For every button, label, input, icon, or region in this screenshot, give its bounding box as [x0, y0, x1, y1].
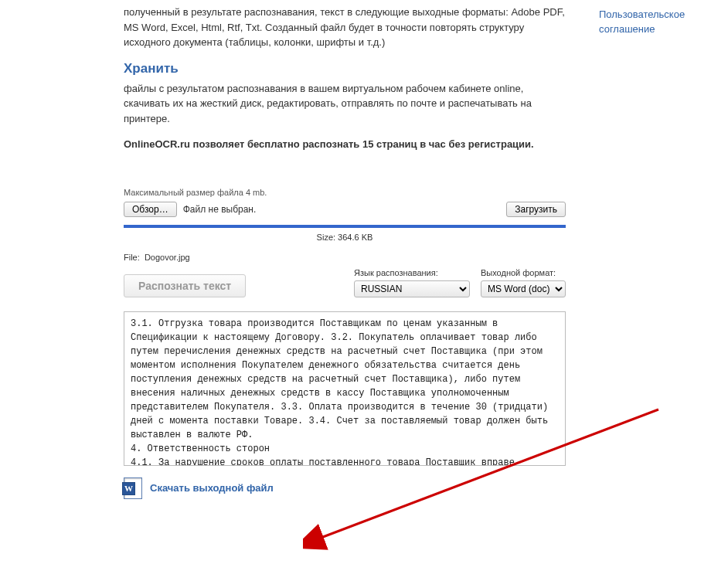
language-select-label: Язык распознавания:: [354, 268, 470, 277]
word-badge-letter: W: [122, 482, 135, 495]
max-file-size-hint: Максимальный размер файла 4 mb.: [124, 188, 566, 197]
browse-button[interactable]: Обзор…: [124, 202, 177, 217]
store-paragraph: файлы с результатом распознавания в ваше…: [124, 81, 566, 127]
uploaded-file-name: Dogovor.jpg: [145, 253, 190, 262]
file-prefix-label: File:: [124, 253, 140, 262]
user-agreement-link[interactable]: Пользовательское соглашение: [599, 8, 685, 35]
store-heading: Хранить: [124, 61, 566, 76]
language-select[interactable]: RUSSIAN: [354, 280, 470, 297]
format-select-label: Выходной формат:: [481, 268, 566, 277]
file-info-line: File: Dogovor.jpg: [124, 253, 566, 262]
word-file-icon: W: [124, 477, 142, 499]
promo-paragraph: OnlineOCR.ru позволяет бесплатно распозн…: [124, 137, 566, 152]
upload-button[interactable]: Загрузить: [506, 202, 566, 217]
format-select[interactable]: MS Word (doc): [481, 280, 566, 297]
download-output-label: Cкачать выходной файл: [150, 482, 274, 494]
recognize-button[interactable]: Распознать текст: [124, 274, 246, 297]
download-output-link[interactable]: W Cкачать выходной файл: [124, 477, 274, 499]
uploaded-size-label: Size: 364.6 KB: [124, 233, 566, 242]
ocr-result-textarea[interactable]: [124, 311, 566, 466]
convert-formats-paragraph: полученный в результате распознавания, т…: [124, 5, 566, 50]
upload-progress-bar: [124, 225, 566, 228]
selected-file-label: Файл не выбран.: [183, 204, 257, 215]
